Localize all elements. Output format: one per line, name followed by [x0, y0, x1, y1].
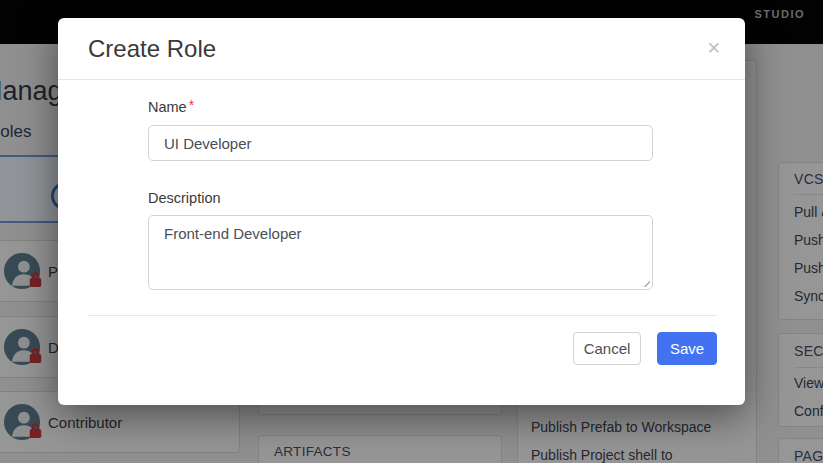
- footer-divider: [88, 315, 717, 316]
- name-label: Name*: [148, 99, 194, 115]
- name-label-text: Name: [148, 99, 187, 115]
- close-icon[interactable]: ✕: [707, 18, 721, 80]
- required-marker: *: [189, 97, 194, 113]
- name-field[interactable]: [148, 125, 653, 161]
- screen: STUDIO Manage Roles Pr: [0, 0, 823, 463]
- modal-header: Create Role ✕: [58, 18, 745, 80]
- description-label: Description: [148, 190, 221, 206]
- modal-title: Create Role: [88, 18, 216, 80]
- create-role-modal: Create Role ✕ Name* Description Front-en…: [58, 18, 745, 405]
- description-field[interactable]: Front-end Developer: [148, 215, 653, 290]
- description-field-wrap: Front-end Developer: [148, 215, 653, 290]
- save-button[interactable]: Save: [657, 332, 717, 365]
- cancel-button[interactable]: Cancel: [573, 332, 641, 365]
